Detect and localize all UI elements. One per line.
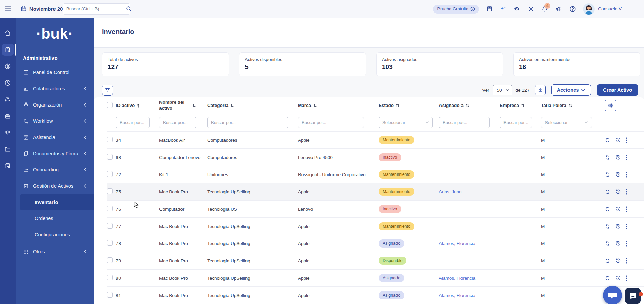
row-checkbox[interactable]	[107, 137, 113, 142]
actions-button[interactable]: Acciones	[551, 84, 591, 96]
column-header-categoria[interactable]: Categoría	[207, 103, 298, 109]
row-checkbox[interactable]	[107, 292, 113, 298]
column-header-id[interactable]: ID activo	[116, 103, 159, 109]
avatar[interactable]	[583, 3, 595, 15]
filter-talla-select[interactable]: Seleccionar	[541, 117, 592, 128]
create-asset-button[interactable]: Crear Activo	[597, 84, 638, 96]
rail-files-icon[interactable]	[0, 141, 16, 157]
eye-icon[interactable]	[513, 6, 520, 12]
assigned-link[interactable]: Alamos, Florencia	[439, 241, 475, 246]
rail-training-icon[interactable]	[0, 125, 16, 140]
rail-assets-icon[interactable]	[0, 42, 16, 57]
history-button[interactable]	[615, 258, 621, 264]
sync-status-button[interactable]	[605, 189, 610, 195]
help-icon[interactable]	[569, 6, 576, 13]
history-button[interactable]	[615, 155, 621, 160]
table-row[interactable]: 72 Kit 1 Uniformes Rossignol - Uniforme …	[107, 166, 644, 183]
sidebar-item-colaboradores[interactable]: Colaboradores	[16, 80, 94, 97]
search-icon[interactable]	[126, 6, 132, 12]
table-row[interactable]: 80 Mac Book Pro Tecnología UpSelling App…	[107, 269, 644, 286]
filter-estado-select[interactable]: Seleccionar	[379, 117, 433, 128]
row-menu-button[interactable]	[626, 189, 627, 195]
row-menu-button[interactable]	[626, 137, 627, 143]
history-button[interactable]	[615, 189, 621, 195]
filter-categoria-input[interactable]	[207, 117, 288, 128]
sync-status-button[interactable]	[605, 172, 610, 178]
trial-badge[interactable]: Prueba Gratuita	[433, 5, 479, 14]
row-checkbox[interactable]	[107, 275, 113, 280]
sidebar-subitem-inventario[interactable]: Inventario	[20, 194, 94, 210]
history-button[interactable]	[615, 172, 621, 178]
row-menu-button[interactable]	[626, 275, 627, 281]
rail-benefits-icon[interactable]	[0, 108, 16, 124]
row-checkbox[interactable]	[107, 188, 113, 194]
table-row[interactable]: 75 Mac Book Pro Tecnología UpSelling App…	[107, 183, 644, 200]
rail-wellbeing-icon[interactable]	[0, 92, 16, 107]
sync-status-button[interactable]	[605, 224, 610, 229]
column-header-marca[interactable]: Marca	[298, 103, 379, 109]
row-menu-button[interactable]	[626, 155, 627, 160]
assigned-link[interactable]: Arias, Juan	[439, 189, 462, 194]
rail-home-icon[interactable]	[0, 25, 16, 41]
column-header-nombre[interactable]: Nombre del activo	[159, 100, 207, 111]
sidebar-item-gestion-de-activos[interactable]: Gestión de Activos	[16, 178, 94, 194]
messenger-button[interactable]	[625, 288, 641, 304]
bookmark-icon[interactable]	[486, 6, 493, 12]
row-checkbox[interactable]	[107, 154, 113, 160]
sidebar-item-otros[interactable]: Otros	[16, 243, 94, 260]
history-button[interactable]	[615, 224, 621, 229]
history-button[interactable]	[615, 275, 621, 281]
column-settings-button[interactable]	[605, 100, 616, 111]
table-row[interactable]: 78 Mac Book Pro Tecnología UpSelling App…	[107, 235, 644, 252]
user-name[interactable]: Consuelo V...	[598, 6, 625, 11]
filter-nombre-input[interactable]	[159, 117, 196, 128]
row-menu-button[interactable]	[626, 241, 627, 247]
sync-status-button[interactable]	[605, 155, 610, 160]
filter-button[interactable]	[102, 85, 113, 96]
bell-icon[interactable]: 4	[541, 6, 548, 13]
sidebar-subitem-configuraciones[interactable]: Configuraciones	[16, 227, 94, 243]
row-menu-button[interactable]	[626, 258, 627, 264]
sidebar-subitem-ordenes[interactable]: Órdenes	[16, 210, 94, 227]
sidebar-item-documentos-y-firma[interactable]: Documentos y Firma	[16, 145, 94, 162]
sidebar-item-panel-de-control[interactable]: Panel de Control	[16, 64, 94, 80]
filter-asignado-input[interactable]	[439, 117, 490, 128]
assigned-link[interactable]: Alamos, Florencia	[439, 293, 475, 298]
row-checkbox[interactable]	[107, 171, 113, 177]
filter-empresa-input[interactable]	[500, 117, 532, 128]
sync-status-button[interactable]	[605, 241, 610, 247]
row-menu-button[interactable]	[626, 224, 627, 229]
column-header-estado[interactable]: Estado	[379, 103, 439, 109]
table-row[interactable]: 79 Mac Book Pro Tecnología UpSelling App…	[107, 252, 644, 269]
history-button[interactable]	[615, 137, 621, 143]
search-input[interactable]	[66, 6, 126, 11]
sync-status-button[interactable]	[605, 258, 610, 264]
global-search[interactable]	[63, 3, 130, 15]
rail-time-icon[interactable]	[0, 75, 16, 91]
column-header-talla[interactable]: Talla Polera	[541, 103, 605, 109]
history-button[interactable]	[615, 206, 621, 212]
table-row[interactable]: 68 Computador Lenovo Computadores Lenovo…	[107, 148, 644, 166]
table-row[interactable]: 81 Mac Book Pro Tecnología UpSelling App…	[107, 286, 644, 304]
row-checkbox[interactable]	[107, 240, 113, 246]
period-selector[interactable]: Noviembre 2025	[21, 6, 68, 12]
assigned-link[interactable]: Alamos, Florencia	[439, 276, 475, 281]
filter-marca-input[interactable]	[298, 117, 364, 128]
rail-money-icon[interactable]	[0, 59, 16, 74]
sync-status-button[interactable]	[605, 137, 610, 143]
hamburger-menu-icon[interactable]	[5, 6, 11, 11]
megaphone-icon[interactable]	[555, 6, 562, 13]
sidebar-item-onboarding[interactable]: Onboarding	[16, 162, 94, 178]
row-menu-button[interactable]	[626, 172, 627, 178]
table-row[interactable]: 34 MacBook Air Computadores Apple Manten…	[107, 131, 644, 148]
sidebar-item-organizacion[interactable]: Organización	[16, 97, 94, 113]
select-all-checkbox[interactable]	[107, 102, 113, 108]
row-checkbox[interactable]	[107, 257, 113, 263]
column-header-empresa[interactable]: Empresa	[500, 103, 541, 109]
table-row[interactable]: 76 Computador Tecnología US Lenovo Inact…	[107, 200, 644, 217]
sparkles-icon[interactable]	[500, 6, 506, 12]
column-header-asignado[interactable]: Asignado a	[439, 103, 500, 109]
rail-marketplace-icon[interactable]	[0, 158, 16, 173]
chat-launcher-button[interactable]	[603, 286, 622, 304]
gear-icon[interactable]	[528, 6, 534, 13]
